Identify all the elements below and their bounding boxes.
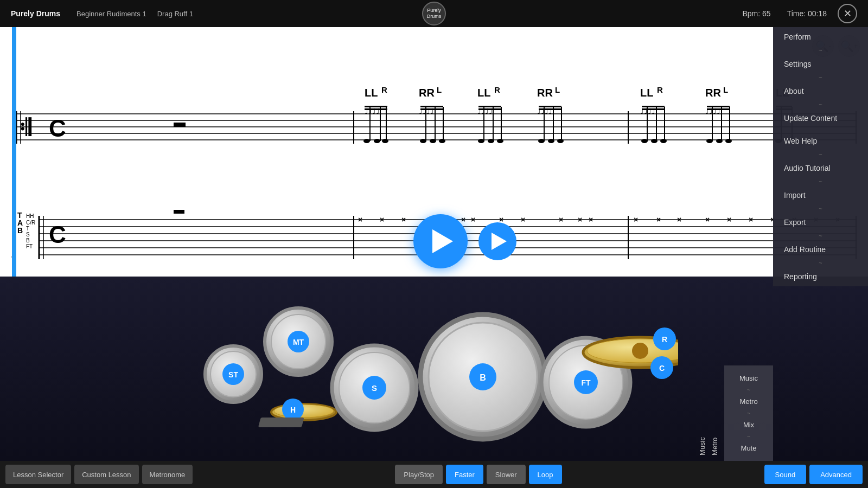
svg-point-144 <box>632 343 648 359</box>
menu-sep-9: ~ <box>773 259 868 267</box>
svg-text:×: × <box>677 215 681 224</box>
menu-item-update-content[interactable]: Update Content <box>773 108 868 128</box>
svg-point-36 <box>374 139 380 143</box>
play-stop-button[interactable]: Play/Stop <box>395 465 443 484</box>
svg-text:L: L <box>555 85 560 94</box>
svg-text:𝄇: 𝄇 <box>20 115 32 140</box>
svg-rect-56 <box>539 106 561 107</box>
svg-text:RR: RR <box>705 87 721 99</box>
custom-lesson-button[interactable]: Custom Lesson <box>74 465 138 484</box>
svg-text:C: C <box>49 115 66 142</box>
svg-text:×: × <box>559 215 563 224</box>
svg-rect-136 <box>258 418 304 427</box>
svg-text:×: × <box>749 215 753 224</box>
svg-text:RR: RR <box>419 87 435 99</box>
svg-text:S: S <box>26 232 30 237</box>
svg-point-62 <box>557 139 564 143</box>
hh-label: H <box>290 406 296 414</box>
mt-label: MT <box>293 338 304 346</box>
svg-text:FT: FT <box>26 243 33 249</box>
r-label: R <box>662 335 667 344</box>
menu-item-add-routine[interactable]: Add Routine <box>773 240 868 259</box>
sub-item-mix[interactable]: Mix <box>724 416 773 433</box>
menu-item-web-help[interactable]: Web Help <box>773 131 868 151</box>
drum-kit-svg: ST MT H S B FT R <box>190 287 678 450</box>
loop-button[interactable]: Loop <box>529 465 562 484</box>
svg-text:×: × <box>401 215 406 224</box>
bpm-display: Bpm: 65 <box>742 9 770 18</box>
svg-rect-33 <box>365 108 387 110</box>
sub-item-metro[interactable]: Metro <box>724 393 773 410</box>
logo-text: PurelyDrums <box>427 8 442 20</box>
sub-menu-panel: Music ~ Metro ~ Mix ~ Mute <box>724 365 773 461</box>
music-metro-label: Music Metro <box>696 437 722 455</box>
menu-item-settings[interactable]: Settings <box>773 54 868 74</box>
sheet-music-area: 🔍- 🔍+ 𝄇 C LL R ♩♩♩♩ RR L ♩♩♩♩ <box>0 27 868 277</box>
svg-rect-40 <box>420 106 443 107</box>
play-secondary-button[interactable] <box>478 222 516 260</box>
menu-item-audio-tutorial[interactable]: Audio Tutorial <box>773 158 868 178</box>
menu-item-about[interactable]: About <box>773 81 868 101</box>
b-label: B <box>480 373 486 382</box>
svg-rect-32 <box>365 106 387 107</box>
breadcrumb-1: Beginner Rudiments 1 <box>76 10 146 18</box>
faster-button[interactable]: Faster <box>446 465 483 484</box>
menu-item-reporting[interactable]: Reporting <box>773 267 868 286</box>
svg-text:×: × <box>578 215 582 224</box>
svg-text:×: × <box>521 215 525 224</box>
sound-button[interactable]: Sound <box>764 465 807 484</box>
advanced-button[interactable]: Advanced <box>809 465 863 484</box>
svg-text:×: × <box>589 215 593 224</box>
lesson-selector-button[interactable]: Lesson Selector <box>5 465 71 484</box>
sub-item-music[interactable]: Music <box>724 370 773 387</box>
close-button[interactable]: ✕ <box>838 4 857 23</box>
time-display: Time: 00:18 <box>787 9 827 18</box>
sub-item-mute[interactable]: Mute <box>724 440 773 457</box>
svg-text:×: × <box>634 215 638 224</box>
svg-text:♩♩♩♩: ♩♩♩♩ <box>477 107 493 115</box>
svg-text:×: × <box>705 215 710 224</box>
menu-item-perform[interactable]: Perform <box>773 27 868 47</box>
sub-sep-2: ~ <box>724 410 773 416</box>
svg-text:B: B <box>26 237 30 243</box>
svg-text:R: R <box>381 85 387 94</box>
svg-text:HH: HH <box>26 213 34 219</box>
app-logo: PurelyDrums <box>422 2 446 25</box>
svg-rect-72 <box>707 106 730 107</box>
svg-rect-48 <box>478 106 501 107</box>
svg-text:RR: RR <box>537 87 553 99</box>
position-bar <box>12 27 16 277</box>
svg-text:L: L <box>437 85 442 94</box>
metronome-button[interactable]: Metronome <box>142 465 193 484</box>
svg-rect-41 <box>420 108 443 110</box>
svg-point-34 <box>363 139 370 143</box>
menu-sep-5: ~ <box>773 151 868 158</box>
slower-button[interactable]: Slower <box>487 465 526 484</box>
svg-text:LL: LL <box>365 87 378 99</box>
menu-sep-3: ~ <box>773 101 868 108</box>
svg-text:LL: LL <box>640 87 653 99</box>
menu-item-export[interactable]: Export <box>773 213 868 232</box>
menu-sep-2: ~ <box>773 74 868 81</box>
svg-rect-12 <box>174 123 186 127</box>
svg-text:×: × <box>727 215 731 224</box>
c-label: C <box>659 364 665 373</box>
menu-sep-1: ~ <box>773 47 868 54</box>
svg-text:♩♩♩♩: ♩♩♩♩ <box>365 107 380 115</box>
svg-rect-57 <box>539 108 561 110</box>
menu-sep-8: ~ <box>773 232 868 240</box>
svg-text:×: × <box>380 215 384 224</box>
right-menu-panel: Perform ~ Settings ~ About ~ Update Cont… <box>773 27 868 286</box>
svg-text:T: T <box>26 226 29 232</box>
menu-item-import[interactable]: Import <box>773 185 868 205</box>
breadcrumb-2: Drag Ruff 1 <box>157 10 193 18</box>
svg-text:×: × <box>656 215 661 224</box>
svg-rect-73 <box>707 108 730 110</box>
svg-point-70 <box>660 139 667 143</box>
play-main-button[interactable] <box>413 214 468 268</box>
footer: Lesson Selector Custom Lesson Metronome … <box>0 461 868 488</box>
header: Purely Drums Beginner Rudiments 1 Drag R… <box>0 0 868 27</box>
svg-rect-108 <box>174 210 184 214</box>
svg-point-78 <box>725 139 732 143</box>
svg-text:C/R: C/R <box>26 220 35 226</box>
